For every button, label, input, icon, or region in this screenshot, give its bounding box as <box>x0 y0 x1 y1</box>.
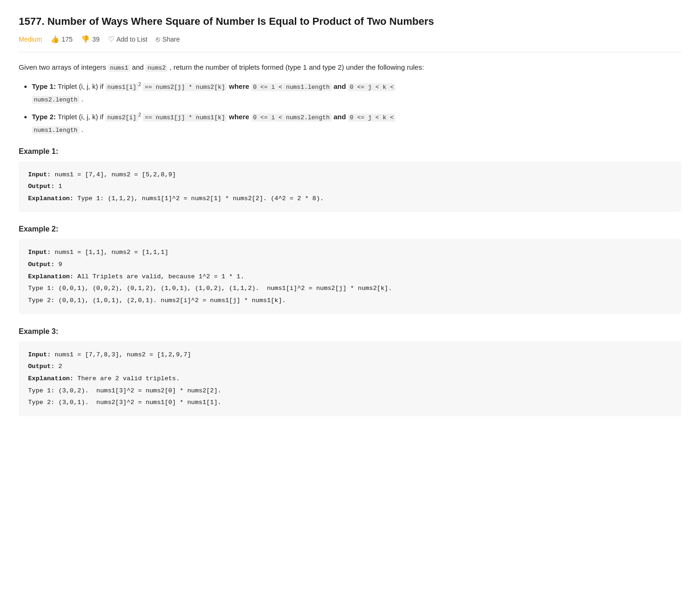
examples-container: Example 1:Input: nums1 = [7,4], nums2 = … <box>19 147 681 416</box>
example-title-3: Example 3: <box>19 327 681 336</box>
share-label: Share <box>162 36 180 43</box>
rules-list: Type 1: Triplet (i, j, k) if nums1[i]2 =… <box>32 80 681 136</box>
nums1-code: nums1 <box>108 64 130 72</box>
example-title-2: Example 2: <box>19 225 681 233</box>
likes-count: 175 <box>62 36 73 43</box>
thumbs-down-icon: 👎 <box>81 35 90 43</box>
difficulty-badge: Medium <box>19 36 42 43</box>
thumbs-up-icon: 👍 <box>51 35 59 43</box>
share-icon: ⎋ <box>156 35 160 43</box>
example-title-1: Example 1: <box>19 147 681 156</box>
example-code-3: Input: nums1 = [7,7,8,3], nums2 = [1,2,9… <box>19 341 681 416</box>
problem-description: Given two arrays of integers nums1 and n… <box>19 61 681 136</box>
share-button[interactable]: ⎋ Share <box>156 35 180 43</box>
problem-title: 1577. Number of Ways Where Square of Num… <box>19 15 681 29</box>
example-code-1: Input: nums1 = [7,4], nums2 = [5,2,8,9] … <box>19 161 681 212</box>
add-to-list-label: Add to List <box>117 36 147 43</box>
description-intro: Given two arrays of integers <box>19 63 108 71</box>
dislikes-count: 39 <box>92 36 100 43</box>
rule-type2: Type 2: Triplet (i, j, k) if nums2[i]2 =… <box>32 110 681 136</box>
example-code-2: Input: nums1 = [1,1], nums2 = [1,1,1] Ou… <box>19 239 681 314</box>
rule-type1: Type 1: Triplet (i, j, k) if nums1[i]2 =… <box>32 80 681 106</box>
example-section-1: Example 1:Input: nums1 = [7,4], nums2 = … <box>19 147 681 212</box>
example-section-2: Example 2:Input: nums1 = [1,1], nums2 = … <box>19 225 681 314</box>
likes-button[interactable]: 👍 175 <box>51 35 73 43</box>
heart-icon: ♡ <box>108 35 114 43</box>
example-section-3: Example 3:Input: nums1 = [7,7,8,3], nums… <box>19 327 681 416</box>
dislikes-button[interactable]: 👎 39 <box>81 35 100 43</box>
add-to-list-button[interactable]: ♡ Add to List <box>108 35 147 43</box>
meta-row: Medium 👍 175 👎 39 ♡ Add to List ⎋ Share <box>19 35 681 52</box>
nums2-code: nums2 <box>146 64 168 72</box>
